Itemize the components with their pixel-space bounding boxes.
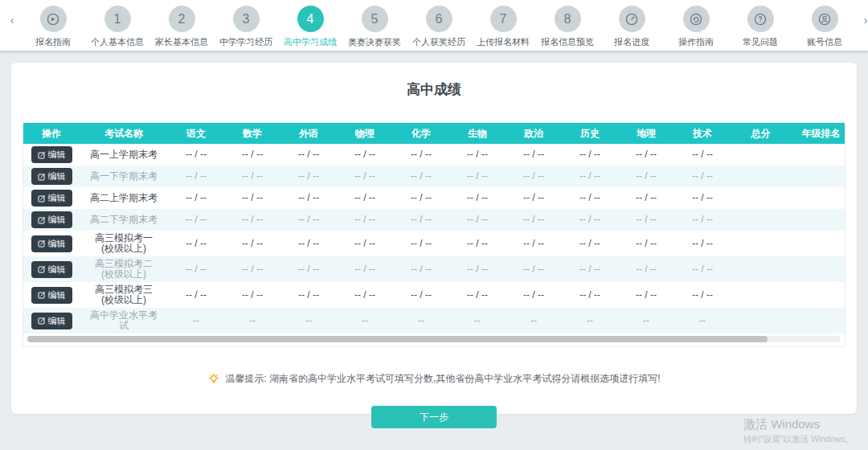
table-row: 编辑 高三模拟考三 (校级以上) -- / ---- / ---- / ----…: [23, 282, 845, 308]
stepper-item-6[interactable]: 5 奥赛决赛获奖: [342, 6, 407, 48]
action-cell: 编辑: [23, 166, 80, 187]
gauge-icon: [624, 12, 639, 27]
score-cell: --: [562, 308, 618, 333]
score-cell: -- / --: [506, 256, 562, 282]
edit-button[interactable]: 编辑: [31, 261, 72, 278]
play-circle-icon: [46, 12, 60, 27]
score-cell: -- / --: [280, 231, 337, 256]
score-cell: -- / --: [674, 209, 731, 231]
stepper-steps: 报名指南 1 个人基本信息 2 家长基本信息 3 中学学习经历 4 高中学习成绩…: [21, 6, 857, 48]
step-circle: [619, 6, 645, 32]
edit-button[interactable]: 编辑: [31, 235, 72, 252]
score-cell: -- / --: [337, 187, 393, 209]
score-cell: -- / --: [674, 282, 731, 308]
score-cell: -- / --: [674, 187, 731, 209]
score-cell: -- / --: [449, 282, 506, 308]
step-label: 上传报名材料: [477, 36, 530, 48]
column-header: 考试名称: [80, 123, 168, 144]
next-step-button[interactable]: 下一步: [371, 406, 497, 428]
horizontal-scrollbar-thumb[interactable]: [27, 336, 768, 342]
stepper-item-7[interactable]: 6 个人获奖经历: [407, 6, 471, 48]
edit-button[interactable]: 编辑: [31, 190, 72, 207]
exam-name-cell: 高三模拟考三 (校级以上): [80, 282, 168, 308]
score-cell: -- / --: [618, 144, 674, 166]
step-circle: 1: [104, 6, 131, 32]
exam-name-suffix: (校级以上): [89, 243, 158, 254]
score-cell: --: [449, 308, 506, 333]
score-cell: -- / --: [280, 282, 337, 308]
step-number: 8: [564, 12, 571, 27]
edit-button[interactable]: 编辑: [31, 146, 72, 163]
column-header: 操作: [23, 123, 80, 144]
total-cell: [731, 209, 791, 231]
step-number: 5: [371, 12, 379, 27]
exam-name-cell: 高三模拟考二 (校级以上): [80, 256, 168, 282]
score-cell: -- / --: [506, 144, 562, 166]
score-cell: -- / --: [506, 231, 562, 256]
table-row: 编辑 高二上学期末考 -- / ---- / ---- / ---- / ---…: [23, 187, 845, 209]
stepper-next-button[interactable]: ›: [857, 6, 868, 35]
step-label: 操作指南: [678, 36, 714, 48]
edit-icon: [38, 239, 46, 248]
rank-cell: [791, 256, 845, 282]
score-cell: -- / --: [562, 256, 618, 282]
step-circle: [683, 6, 710, 32]
edit-button[interactable]: 编辑: [31, 211, 72, 228]
score-cell: -- / --: [393, 166, 449, 187]
user-icon: [817, 12, 832, 27]
stepper-item-11[interactable]: 操作指南: [664, 6, 728, 48]
manual-icon: [689, 12, 703, 27]
stepper-prev-button[interactable]: ‹: [3, 6, 21, 35]
grades-table: 操作考试名称语文数学外语物理化学生物政治历史地理技术总分年级排名 编辑 高一上学…: [23, 123, 845, 333]
score-cell: -- / --: [674, 166, 731, 187]
score-cell: -- / --: [449, 209, 506, 231]
stepper-item-12[interactable]: 常见问题: [728, 6, 792, 48]
rank-cell: [791, 209, 845, 231]
exam-name-cell: 高一上学期末考: [80, 144, 168, 166]
edit-button[interactable]: 编辑: [31, 313, 72, 329]
stepper-item-10[interactable]: 报名进度: [600, 6, 664, 48]
edit-button[interactable]: 编辑: [31, 287, 72, 304]
total-cell: [731, 144, 791, 166]
score-cell: -- / --: [618, 231, 674, 256]
step-label: 个人基本信息: [91, 36, 144, 48]
action-cell: 编辑: [23, 308, 80, 333]
score-cell: -- / --: [337, 209, 393, 231]
grades-table-container: 操作考试名称语文数学外语物理化学生物政治历史地理技术总分年级排名 编辑 高一上学…: [23, 122, 845, 347]
score-cell: -- / --: [337, 144, 393, 166]
step-circle: [812, 6, 838, 32]
score-cell: -- / --: [562, 166, 618, 187]
watermark-title: 激活 Windows: [743, 417, 854, 432]
edit-button[interactable]: 编辑: [31, 168, 72, 185]
stepper-item-9[interactable]: 8 报名信息预览: [535, 6, 600, 48]
main-panel: 高中成绩 操作考试名称语文数学外语物理化学生物政治历史地理技术总分年级排名: [11, 63, 857, 414]
score-cell: -- / --: [618, 187, 674, 209]
step-label: 报名指南: [35, 36, 71, 48]
edit-icon: [38, 216, 46, 224]
score-cell: -- / --: [280, 209, 337, 231]
score-cell: -- / --: [506, 166, 562, 187]
score-cell: -- / --: [224, 282, 280, 308]
score-cell: -- / --: [449, 144, 506, 166]
stepper-item-3[interactable]: 2 家长基本信息: [149, 6, 214, 48]
score-cell: -- / --: [506, 209, 562, 231]
score-cell: -- / --: [280, 144, 337, 166]
stepper-item-5[interactable]: 4 高中学习成绩: [278, 6, 342, 48]
score-cell: -- / --: [168, 231, 224, 256]
column-header: 化学: [393, 123, 449, 144]
exam-name-cell: 高二下学期末考: [80, 209, 168, 231]
exam-name-suffix: (校级以上): [89, 269, 158, 280]
step-label: 报名信息预览: [541, 36, 594, 48]
score-cell: -- / --: [618, 282, 674, 308]
stepper-item-1[interactable]: 报名指南: [21, 6, 85, 48]
step-label: 奥赛决赛获奖: [348, 36, 401, 48]
step-circle: 5: [362, 6, 388, 32]
action-cell: 编辑: [23, 282, 80, 308]
stepper-item-4[interactable]: 3 中学学习经历: [214, 6, 278, 48]
stepper-item-8[interactable]: 7 上传报名材料: [471, 6, 535, 48]
exam-name-suffix: (校级以上): [89, 295, 158, 305]
stepper-item-2[interactable]: 1 个人基本信息: [85, 6, 149, 48]
score-cell: -- / --: [562, 282, 618, 308]
stepper-item-13[interactable]: 账号信息: [792, 6, 857, 48]
step-circle: 6: [426, 6, 452, 32]
